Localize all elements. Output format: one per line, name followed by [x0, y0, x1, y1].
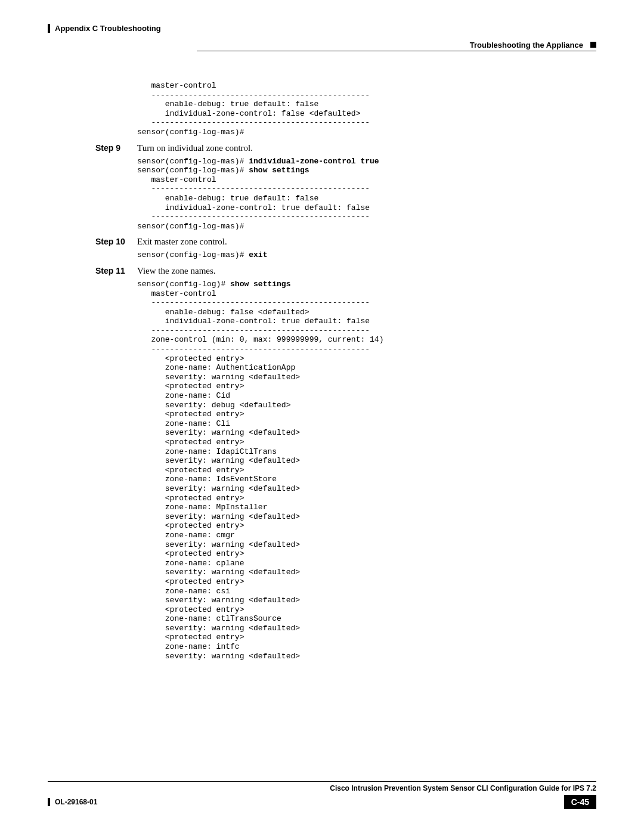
step-10-row: Step 10 Exit master zone control.: [95, 237, 596, 247]
header-section: Troubleshooting the Appliance: [470, 41, 583, 49]
page-footer: Cisco Intrusion Prevention System Sensor…: [48, 781, 596, 809]
code4-prompt: sensor(config-log)#: [137, 280, 230, 289]
step-9-row: Step 9 Turn on individual zone control.: [95, 143, 596, 153]
step-10-label: Step 10: [95, 237, 137, 246]
header-appendix: Appendix C Troubleshooting: [48, 24, 161, 33]
code3-cmd: exit: [249, 250, 267, 259]
footer-title: Cisco Intrusion Prevention System Sensor…: [48, 784, 596, 792]
code4-cmd: show settings: [230, 280, 290, 289]
footer-page-number: C-45: [564, 795, 596, 809]
header-square-icon: [590, 42, 596, 48]
step-9-label: Step 9: [95, 143, 137, 153]
code-block-1: master-control -------------------------…: [137, 81, 596, 137]
code2-prompt1: sensor(config-log-mas)#: [137, 157, 249, 166]
step-11-row: Step 11 View the zone names.: [95, 266, 596, 276]
header-rule: [197, 51, 596, 51]
code4-output: master-control -------------------------…: [137, 289, 383, 661]
footer-bottom: OL-29168-01 C-45: [48, 795, 596, 809]
step-10-text: Exit master zone control.: [137, 237, 227, 247]
code-block-2: sensor(config-log-mas)# individual-zone-…: [137, 157, 596, 231]
footer-rule: [48, 781, 596, 782]
code2-prompt2: sensor(config-log-mas)#: [137, 166, 249, 175]
step-11-text: View the zone names.: [137, 266, 216, 276]
code-block-3: sensor(config-log-mas)# exit: [137, 250, 596, 260]
footer-doc-id: OL-29168-01: [48, 798, 97, 806]
page-header: Appendix C Troubleshooting: [48, 24, 596, 33]
code2-cmd2: show settings: [249, 166, 309, 175]
step-11-label: Step 11: [95, 266, 137, 275]
code2-output: master-control -------------------------…: [137, 175, 370, 231]
code3-prompt: sensor(config-log-mas)#: [137, 250, 249, 259]
header-right-wrap: Troubleshooting the Appliance: [48, 39, 596, 49]
step-9-text: Turn on individual zone control.: [137, 143, 253, 153]
code2-cmd1: individual-zone-control true: [249, 157, 379, 166]
content-area: master-control -------------------------…: [95, 81, 596, 661]
code-block-4: sensor(config-log)# show settings master…: [137, 280, 596, 661]
